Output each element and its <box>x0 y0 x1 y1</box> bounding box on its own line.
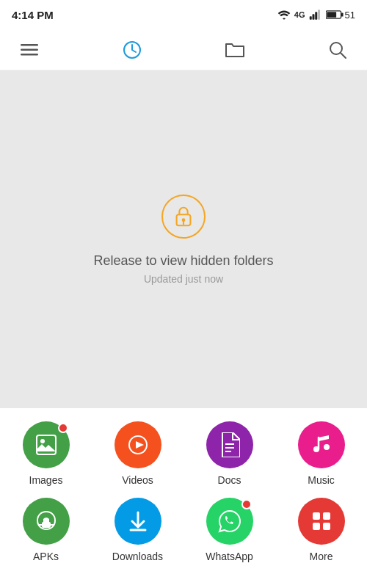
network-label: 4G <box>294 10 305 19</box>
docs-icon <box>219 432 240 457</box>
svg-rect-31 <box>323 512 330 520</box>
grid-item-more[interactable]: More <box>285 498 358 562</box>
search-button[interactable] <box>323 35 352 65</box>
grid-item-downloads[interactable]: Downloads <box>101 498 175 562</box>
lock-icon <box>173 205 194 228</box>
status-bar: 4:14 PM 4G 51 <box>0 0 367 29</box>
whatsapp-label: WhatsApp <box>206 551 253 562</box>
whatsapp-badge <box>241 499 252 509</box>
signal-icon <box>309 10 322 20</box>
svg-point-24 <box>324 444 330 450</box>
videos-icon-circle <box>115 421 161 468</box>
menu-button[interactable] <box>15 35 44 65</box>
images-badge <box>58 423 68 433</box>
battery-indicator: 51 <box>326 10 355 21</box>
svg-rect-32 <box>313 523 320 530</box>
battery-percent: 51 <box>345 10 355 21</box>
svg-point-23 <box>313 446 319 452</box>
folder-button[interactable] <box>220 35 250 65</box>
history-button[interactable] <box>117 35 147 65</box>
main-content-area: Release to view hidden folders Updated j… <box>0 70 367 408</box>
more-icon-circle <box>298 498 345 545</box>
downloads-label: Downloads <box>112 551 163 562</box>
bottom-grid: Images Videos Docs <box>0 408 367 588</box>
hamburger-icon <box>21 41 38 59</box>
svg-point-17 <box>40 439 45 443</box>
svg-rect-16 <box>37 435 56 454</box>
apks-icon <box>34 509 59 534</box>
svg-rect-2 <box>315 12 317 20</box>
svg-rect-9 <box>21 54 38 56</box>
nav-bar <box>0 29 367 70</box>
images-label: Images <box>29 474 63 486</box>
grid-row-1: Images Videos Docs <box>0 415 367 492</box>
updated-text: Updated just now <box>144 273 223 285</box>
music-label: Music <box>308 474 335 486</box>
downloads-icon-circle <box>115 498 161 545</box>
apks-label: APKs <box>33 551 59 562</box>
videos-icon <box>126 433 150 457</box>
grid-item-docs[interactable]: Docs <box>193 421 266 486</box>
folder-icon <box>225 41 245 59</box>
lock-circle <box>161 195 206 239</box>
svg-marker-19 <box>136 441 144 449</box>
grid-item-images[interactable]: Images <box>10 421 83 486</box>
search-icon <box>328 40 347 59</box>
images-icon <box>34 433 58 457</box>
downloads-icon <box>126 509 150 533</box>
svg-rect-0 <box>309 16 311 20</box>
svg-rect-1 <box>312 14 314 20</box>
music-icon <box>310 433 333 457</box>
images-icon-circle <box>23 421 70 468</box>
svg-rect-7 <box>21 44 38 46</box>
svg-rect-8 <box>21 48 38 51</box>
svg-rect-33 <box>323 523 330 530</box>
clock-icon <box>122 40 142 60</box>
svg-line-12 <box>341 53 346 58</box>
svg-rect-25 <box>42 522 51 528</box>
grid-item-videos[interactable]: Videos <box>101 421 175 486</box>
svg-rect-6 <box>341 12 344 16</box>
music-icon-circle <box>298 421 345 468</box>
more-icon <box>310 509 333 533</box>
whatsapp-icon-circle <box>206 498 253 545</box>
status-time: 4:14 PM <box>12 9 54 21</box>
grid-row-2: APKs Downloads WhatsApp <box>0 492 367 568</box>
battery-icon <box>326 10 344 20</box>
svg-rect-30 <box>313 512 320 520</box>
svg-rect-5 <box>327 12 336 18</box>
docs-label: Docs <box>218 474 241 486</box>
status-icons: 4G 51 <box>277 10 355 21</box>
grid-item-music[interactable]: Music <box>285 421 358 486</box>
grid-item-whatsapp[interactable]: WhatsApp <box>193 498 266 562</box>
release-text: Release to view hidden folders <box>93 253 273 269</box>
wifi-icon <box>277 10 291 20</box>
apks-icon-circle <box>23 498 70 545</box>
docs-icon-circle <box>206 421 253 468</box>
svg-rect-3 <box>318 10 320 20</box>
videos-label: Videos <box>122 474 153 486</box>
more-label: More <box>310 551 333 562</box>
grid-item-apks[interactable]: APKs <box>10 498 83 562</box>
whatsapp-icon <box>217 509 242 534</box>
